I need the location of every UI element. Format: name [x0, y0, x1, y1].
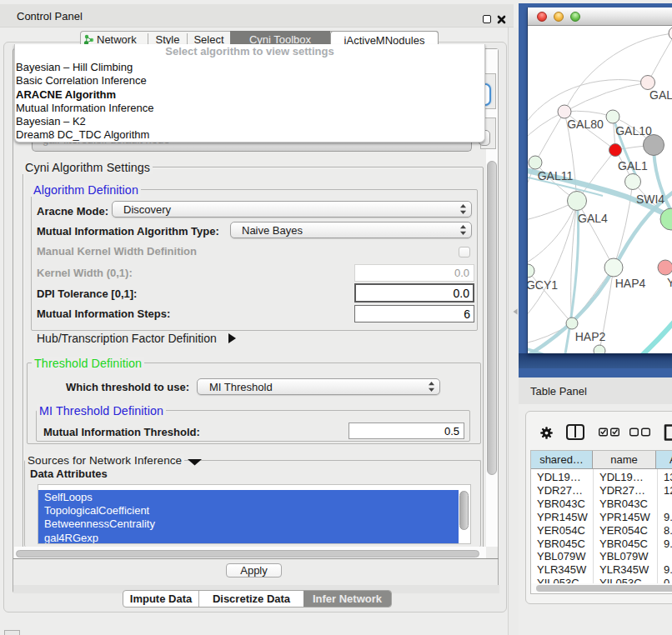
svg-text:GAL1: GAL1	[618, 159, 648, 172]
svg-text:HAP4: HAP4	[615, 277, 646, 290]
svg-text:GAL80: GAL80	[567, 118, 604, 131]
svg-text:GAL2: GAL2	[649, 88, 672, 102]
svg-text:SWI4: SWI4	[636, 192, 664, 206]
svg-text:GAL11: GAL11	[538, 169, 574, 182]
svg-text:GAL4: GAL4	[578, 212, 608, 225]
svg-text:Y: Y	[667, 276, 672, 289]
svg-text:HAP2: HAP2	[575, 330, 606, 343]
svg-text:GAL10: GAL10	[615, 124, 652, 138]
svg-text:GCY1: GCY1	[528, 278, 558, 292]
